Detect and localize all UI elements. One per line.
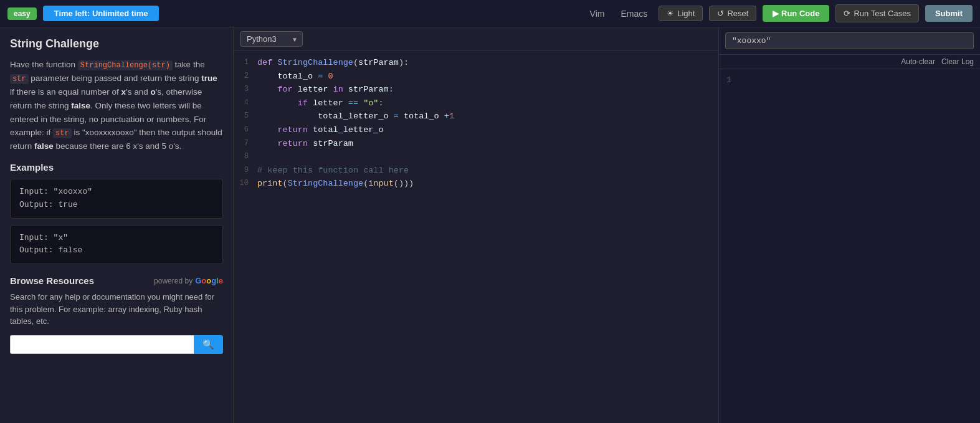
output-input-bar: [719, 27, 980, 55]
code-line: 8: [234, 150, 718, 164]
example-1-input: Input: "xooxxo": [19, 186, 214, 199]
code-line: 9 # keep this function call here: [234, 164, 718, 178]
code-line: 4 if letter == "o":: [234, 97, 718, 110]
browse-header: Browse Resources powered by Google: [10, 275, 223, 286]
output-panel: Auto-clear Clear Log 1: [718, 27, 980, 423]
search-input[interactable]: [10, 335, 194, 354]
code-line: 6 return total_letter_o: [234, 123, 718, 137]
str-code: str: [10, 74, 29, 84]
example-2: Input: "x" Output: false: [10, 225, 223, 265]
clear-log-button[interactable]: Clear Log: [941, 57, 974, 66]
code-line: 5 total_letter_o = total_o +1: [234, 110, 718, 123]
challenge-title: String Challenge: [10, 37, 223, 50]
editor-toolbar: Python3 JavaScript Java C++ Ruby: [234, 27, 718, 51]
reset-button[interactable]: ↺ Reset: [709, 6, 756, 21]
output-line-number: 1: [726, 75, 731, 85]
time-display: Time left: Unlimited time: [43, 6, 159, 21]
str-code2: str: [53, 128, 72, 138]
moon-icon: ☀: [667, 9, 674, 18]
example-1: Input: "xooxxo" Output: true: [10, 179, 223, 219]
vim-button[interactable]: Vim: [585, 6, 610, 21]
search-button[interactable]: 🔍: [194, 335, 223, 354]
emacs-button[interactable]: Emacs: [616, 6, 652, 21]
output-content: 1: [719, 69, 980, 423]
code-line: 2 total_o = 0: [234, 70, 718, 83]
browse-section: Browse Resources powered by Google Searc…: [10, 275, 223, 354]
run-code-button[interactable]: ▶ Run Code: [763, 5, 829, 22]
left-panel: String Challenge Have the function Strin…: [0, 27, 234, 423]
auto-clear-button[interactable]: Auto-clear: [901, 57, 935, 66]
func-code: StringChallenge(str): [78, 60, 173, 70]
browse-description: Search for any help or documentation you…: [10, 291, 223, 328]
main-layout: String Challenge Have the function Strin…: [0, 27, 980, 423]
output-controls: Auto-clear Clear Log: [719, 55, 980, 69]
difficulty-badge: easy: [7, 7, 37, 20]
code-line: 7 return strParam: [234, 137, 718, 151]
code-line: 3 for letter in strParam:: [234, 83, 718, 97]
example-2-input: Input: "x": [19, 232, 214, 245]
top-bar: easy Time left: Unlimited time Vim Emacs…: [0, 0, 980, 27]
time-value: Unlimited time: [92, 9, 148, 18]
time-label: Time left:: [54, 9, 90, 18]
example-1-output: Output: true: [19, 199, 214, 212]
examples-title: Examples: [10, 162, 223, 173]
language-select[interactable]: Python3 JavaScript Java C++ Ruby: [240, 31, 303, 47]
run-test-icon: ⟳: [844, 9, 850, 18]
problem-description: Have the function StringChallenge(str) t…: [10, 58, 223, 153]
code-editor[interactable]: 1 def StringChallenge(strParam): 2 total…: [234, 51, 718, 423]
browse-title: Browse Resources: [10, 275, 94, 286]
search-icon: 🔍: [202, 339, 214, 349]
example-2-output: Output: false: [19, 244, 214, 257]
stdin-input[interactable]: [725, 32, 974, 49]
powered-by: powered by Google: [154, 276, 223, 285]
run-test-button[interactable]: ⟳ Run Test Cases: [835, 4, 919, 22]
light-button[interactable]: ☀ Light: [659, 6, 703, 21]
google-logo: Google: [195, 276, 223, 285]
language-selector-wrapper: Python3 JavaScript Java C++ Ruby: [240, 31, 303, 47]
code-line: 10 print(StringChallenge(input())): [234, 177, 718, 191]
submit-button[interactable]: Submit: [925, 5, 973, 22]
reset-icon: ↺: [717, 9, 724, 18]
editor-panel: Python3 JavaScript Java C++ Ruby 1 def S…: [234, 27, 718, 423]
code-line: 1 def StringChallenge(strParam):: [234, 56, 718, 70]
search-row: 🔍: [10, 335, 223, 354]
